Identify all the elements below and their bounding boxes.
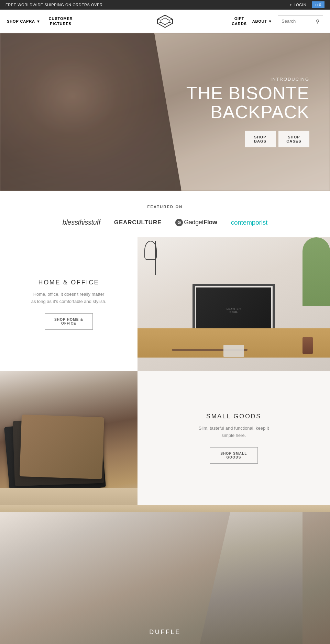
lamp-shade bbox=[144, 241, 157, 260]
person-icon: ⚬ bbox=[289, 3, 293, 7]
shop-cases-button[interactable]: SHOPCASES bbox=[278, 131, 309, 147]
announcement-text: FREE WORLDWIDE SHIPPING ON ORDERS OVER bbox=[6, 3, 289, 7]
home-office-image: LEATHERSOUL bbox=[138, 237, 330, 371]
small-goods-title: SMALL GOODS bbox=[206, 413, 261, 420]
about-label: ABOUT bbox=[252, 19, 267, 23]
search-box: ⚲ bbox=[278, 15, 323, 27]
featured-on-section: FEATURED ON blessthisstuff GEARCULTURE G… bbox=[0, 191, 330, 237]
wallets-image bbox=[0, 371, 138, 505]
small-goods-text-panel: SMALL GOODS Slim, tasteful and functiona… bbox=[138, 371, 330, 505]
home-office-section: HOME & OFFICE Home, office, it doesn't r… bbox=[0, 237, 330, 371]
shop-small-goods-button[interactable]: SHOP SMALLGOODS bbox=[210, 447, 258, 464]
home-office-text-panel: HOME & OFFICE Home, office, it doesn't r… bbox=[0, 237, 138, 371]
featured-logos-row: blessthisstuff GEARCULTURE G GadgetFlow … bbox=[7, 218, 323, 226]
cup bbox=[302, 337, 313, 354]
cart-count: 0 bbox=[319, 3, 321, 7]
svg-line-6 bbox=[157, 22, 161, 23]
shop-capra-button[interactable]: SHOP CAPRA ▼ bbox=[7, 19, 41, 23]
gearculture-logo: GEARCULTURE bbox=[114, 219, 162, 226]
gift-cards-label: GIFTCARDS bbox=[232, 16, 247, 25]
login-link[interactable]: ⚬ LOGIN bbox=[289, 3, 307, 7]
contemporist-logo: contemporist bbox=[231, 219, 268, 226]
small-goods-section: SMALL GOODS Slim, tasteful and functiona… bbox=[0, 371, 330, 505]
announcement-bar: FREE WORLDWIDE SHIPPING ON ORDERS OVER ⚬… bbox=[0, 0, 330, 10]
gift-cards-button[interactable]: GIFTCARDS bbox=[232, 16, 247, 26]
about-button[interactable]: ABOUT ▼ bbox=[252, 19, 272, 23]
login-label: LOGIN bbox=[294, 3, 306, 7]
svg-marker-1 bbox=[161, 18, 169, 25]
hero-introducing-label: INTRODUCING bbox=[186, 77, 309, 82]
gadgetflow-g-icon: G bbox=[175, 219, 183, 226]
duffle-background bbox=[0, 512, 330, 644]
cart-button[interactable]: □ 0 bbox=[312, 1, 324, 8]
customer-pictures-label: CUSTOMERPICTURES bbox=[49, 16, 73, 25]
gadgetflow-name: GadgetFlow bbox=[184, 219, 217, 226]
featured-on-title: FEATURED ON bbox=[7, 205, 323, 209]
monitor-text: LEATHERSOUL bbox=[227, 307, 241, 314]
chevron-down-icon: ▼ bbox=[36, 19, 41, 23]
hero-section: INTRODUCING THE BISONTE BACKPACK SHOPBAG… bbox=[0, 33, 330, 191]
customer-pictures-button[interactable]: CUSTOMERPICTURES bbox=[49, 16, 73, 26]
desk-scene: LEATHERSOUL bbox=[138, 237, 330, 371]
blessthisstuff-logo: blessthisstuff bbox=[63, 218, 100, 226]
site-header: SHOP CAPRA ▼ CUSTOMERPICTURES GIFTCARDS … bbox=[0, 10, 330, 33]
hero-buttons: SHOPBAGS SHOPCASES bbox=[186, 131, 309, 147]
search-input[interactable] bbox=[282, 19, 316, 24]
search-submit-button[interactable]: ⚲ bbox=[316, 19, 319, 24]
plant bbox=[302, 237, 330, 306]
svg-line-7 bbox=[157, 19, 161, 20]
cart-icon: □ bbox=[315, 3, 318, 7]
shop-home-office-button[interactable]: SHOP HOME &OFFICE bbox=[45, 313, 93, 330]
hero-title: THE BISONTE BACKPACK bbox=[186, 84, 309, 121]
tan-separator bbox=[0, 505, 330, 512]
logo-icon bbox=[157, 14, 173, 28]
shop-bags-button[interactable]: SHOPBAGS bbox=[245, 131, 276, 147]
duffle-text-panel: DUFFLE bbox=[149, 629, 181, 636]
hero-title-line2: BACKPACK bbox=[210, 102, 309, 122]
shop-capra-label: SHOP CAPRA bbox=[7, 19, 35, 23]
wallet-light bbox=[20, 415, 104, 479]
chevron-down-icon-about: ▼ bbox=[268, 19, 272, 23]
duffle-section: DUFFLE bbox=[0, 512, 330, 644]
small-goods-description: Slim, tasteful and functional, keep it s… bbox=[196, 425, 272, 439]
svg-line-3 bbox=[169, 19, 173, 20]
gadgetflow-logo: G GadgetFlow bbox=[175, 219, 217, 226]
hero-title-line1: THE BISONTE bbox=[186, 83, 309, 103]
wallets-base bbox=[0, 488, 138, 505]
svg-line-4 bbox=[169, 22, 173, 23]
wallets-inner bbox=[0, 371, 138, 505]
hero-content: INTRODUCING THE BISONTE BACKPACK SHOPBAG… bbox=[186, 77, 309, 147]
site-logo[interactable] bbox=[157, 14, 173, 28]
home-office-description: Home, office, it doesn't really matter a… bbox=[31, 291, 107, 305]
laptop bbox=[223, 345, 244, 357]
monitor-display: LEATHERSOUL bbox=[196, 287, 271, 333]
duffle-title: DUFFLE bbox=[149, 629, 181, 636]
home-office-title: HOME & OFFICE bbox=[38, 279, 99, 286]
